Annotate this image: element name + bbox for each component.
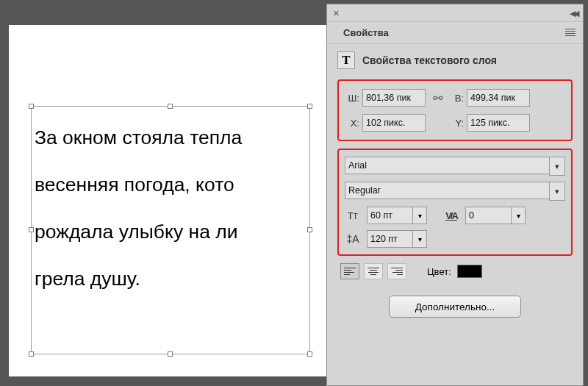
resize-handle-n[interactable] [168, 104, 173, 109]
paragraph-text[interactable]: За окном стояла тепла весенняя погода, к… [35, 114, 242, 302]
chevron-down-icon[interactable]: ▾ [549, 182, 565, 201]
chevron-down-icon[interactable]: ▾ [511, 207, 526, 224]
type-layer-icon: T [337, 51, 355, 69]
resize-handle-ne[interactable] [307, 104, 312, 109]
resize-handle-se[interactable] [307, 351, 312, 357]
panel-tabs: Свойства [327, 22, 583, 44]
chevron-down-icon[interactable]: ▾ [412, 230, 427, 248]
font-style-select[interactable]: Regular ▾ [345, 182, 565, 201]
properties-panel: × ◀◀ Свойства T Свойства текстового слоя… [326, 4, 584, 386]
color-swatch[interactable] [457, 265, 482, 278]
resize-handle-w[interactable] [29, 227, 34, 232]
transform-section: Ш: 801,36 пик ⚯ В: 499,34 пик X: 102 пик… [337, 79, 573, 141]
leading-input[interactable]: 120 пт ▾ [367, 230, 427, 248]
width-label: Ш: [345, 93, 359, 104]
font-family-select[interactable]: Arial ▾ [345, 157, 565, 176]
menu-icon[interactable] [565, 29, 576, 36]
collapse-icon[interactable]: ◀◀ [570, 9, 577, 18]
height-label: В: [449, 93, 464, 104]
font-size-input[interactable]: 60 пт ▾ [367, 207, 427, 224]
alignment-row: Цвет: [337, 263, 573, 279]
section-title: Свойства текстового слоя [362, 54, 497, 66]
chevron-down-icon[interactable]: ▾ [412, 207, 427, 224]
resize-handle-nw[interactable] [29, 104, 34, 109]
y-input[interactable]: 125 пикс. [467, 114, 530, 132]
chevron-down-icon[interactable]: ▾ [549, 157, 565, 176]
link-icon[interactable]: ⚯ [429, 91, 446, 105]
resize-handle-s[interactable] [168, 351, 173, 357]
resize-handle-e[interactable] [307, 227, 312, 232]
close-icon[interactable]: × [333, 7, 340, 19]
typography-section: Arial ▾ Regular ▾ тT 60 пт ▾ V/A 0 ▾ [337, 149, 573, 256]
x-label: X: [345, 118, 359, 129]
panel-titlebar: × ◀◀ [327, 4, 583, 22]
resize-handle-sw[interactable] [29, 351, 34, 357]
align-center-button[interactable] [364, 263, 383, 279]
kerning-icon: V/A [443, 209, 459, 222]
color-label: Цвет: [427, 266, 451, 277]
align-right-button[interactable] [387, 263, 406, 279]
x-input[interactable]: 102 пикс. [362, 114, 426, 132]
tab-properties[interactable]: Свойства [334, 22, 398, 43]
leading-icon: ‡A [345, 233, 361, 245]
font-size-icon: тT [345, 209, 361, 222]
width-input[interactable]: 801,36 пик [362, 89, 426, 107]
height-input[interactable]: 499,34 пик [467, 89, 530, 107]
kerning-input[interactable]: 0 ▾ [465, 207, 526, 224]
align-left-button[interactable] [340, 263, 359, 279]
y-label: Y: [449, 118, 464, 129]
more-button[interactable]: Дополнительно... [389, 296, 521, 318]
document-canvas: За окном стояла тепла весенняя погода, к… [9, 25, 326, 376]
text-frame[interactable]: За окном стояла тепла весенняя погода, к… [31, 106, 310, 354]
